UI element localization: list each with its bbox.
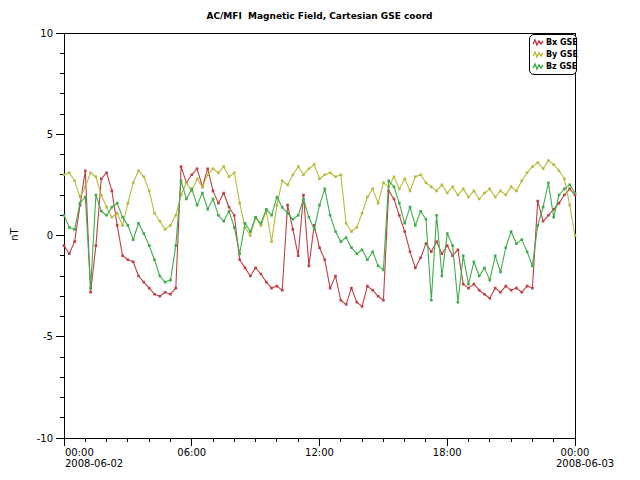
x-tick-label: 18:00 xyxy=(433,447,462,458)
legend-line-sample-by xyxy=(532,50,544,59)
legend-item-by: By GSE xyxy=(532,49,574,60)
series-bx-line xyxy=(64,167,575,307)
x-axis-end-date: 2008-06-03 xyxy=(556,458,614,469)
y-tick-label: 10 xyxy=(40,28,53,39)
chart-title: AC/MFI Magnetic Field, Cartesian GSE coo… xyxy=(64,11,575,21)
series-by xyxy=(63,159,577,243)
legend-line-sample-bz xyxy=(532,62,544,71)
plot-frame xyxy=(64,33,575,438)
x-tick-label: 12:00 xyxy=(305,447,334,458)
x-tick-label: 00:00 xyxy=(65,447,94,458)
legend-label-bx: Bx GSE xyxy=(546,38,578,47)
series-by-line xyxy=(64,161,575,242)
y-axis-label: nT xyxy=(9,228,20,240)
x-axis-start-date: 2008-06-02 xyxy=(65,458,123,469)
y-tick-label: -5 xyxy=(43,331,53,342)
series-bz-markers xyxy=(63,180,577,304)
legend-line-sample-bx xyxy=(532,38,544,47)
y-tick-label: 0 xyxy=(47,230,53,241)
mfi-plot-window: 1050-5-1000:0006:0012:0018:0000:002008-0… xyxy=(0,0,640,480)
legend-label-by: By GSE xyxy=(546,50,578,59)
series-bz xyxy=(63,180,577,304)
x-tick-label: 00:00 xyxy=(561,447,590,458)
legend: Bx GSE By GSE Bz GSE xyxy=(529,34,577,75)
series-by-markers xyxy=(63,159,577,243)
series-bx xyxy=(63,165,577,307)
legend-item-bx: Bx GSE xyxy=(532,37,574,48)
series-bz-line xyxy=(64,181,575,302)
legend-item-bz: Bz GSE xyxy=(532,61,574,72)
legend-label-bz: Bz GSE xyxy=(546,62,577,71)
series-bx-markers xyxy=(63,165,577,307)
x-axis: 00:0006:0012:0018:0000:002008-06-022008-… xyxy=(64,438,614,469)
y-tick-label: 5 xyxy=(47,129,53,140)
y-axis: 1050-5-10 xyxy=(37,28,64,444)
y-tick-label: -10 xyxy=(37,433,53,444)
x-tick-label: 06:00 xyxy=(177,447,206,458)
